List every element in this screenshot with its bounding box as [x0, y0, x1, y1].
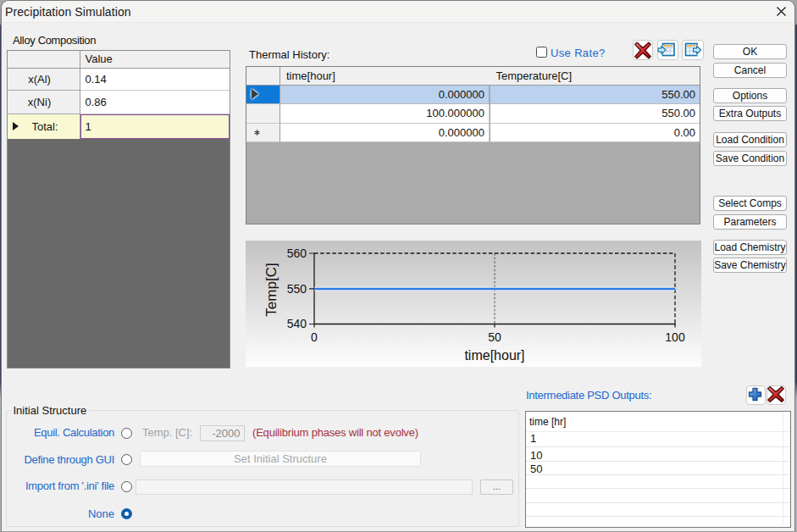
svg-text:550: 550 — [287, 281, 307, 295]
svg-text:50: 50 — [488, 330, 501, 344]
svg-text:0: 0 — [311, 330, 318, 344]
svg-text:540: 540 — [287, 317, 307, 330]
svg-text:time[hour]: time[hour] — [464, 348, 524, 363]
svg-text:100: 100 — [665, 330, 685, 344]
svg-text:560: 560 — [287, 247, 307, 260]
svg-text:Temp[C]: Temp[C] — [263, 263, 280, 316]
